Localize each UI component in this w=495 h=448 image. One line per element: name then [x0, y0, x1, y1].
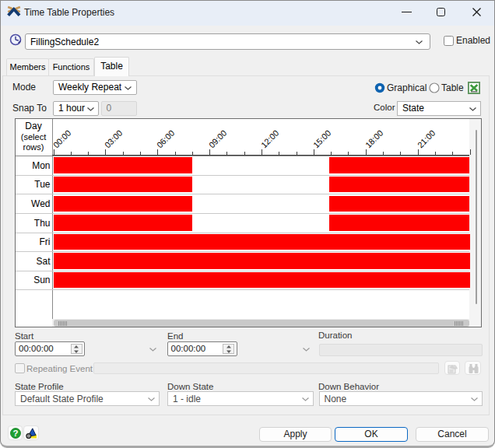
- svg-text:?: ?: [12, 429, 18, 438]
